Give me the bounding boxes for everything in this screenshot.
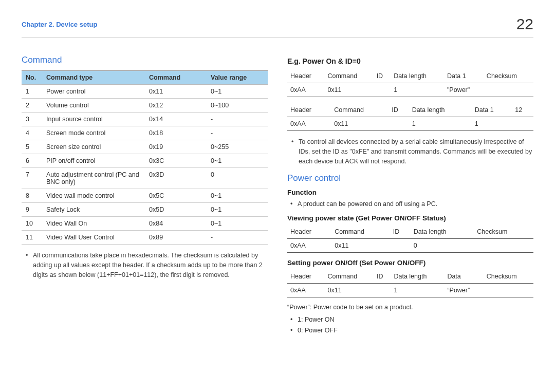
view-power-table: Header Command ID Data length Checksum 0… (287, 225, 533, 253)
cell: "Power" (444, 83, 484, 97)
col-header-type: Command type (42, 71, 145, 85)
cell: 12 (512, 103, 533, 117)
page-number: 22 (516, 15, 533, 33)
table-row: 5Screen size control0x190~255 (22, 140, 268, 154)
table-row: 8Video wall mode control0x5C0~1 (22, 189, 268, 203)
col-header-cmd: Command (145, 71, 207, 85)
table-row: 10Video Wall On0x840~1 (22, 217, 268, 231)
cell: - (207, 231, 268, 245)
cell: 0x11 (331, 239, 390, 253)
cell: 1 (391, 83, 444, 97)
cell: Header (287, 69, 324, 83)
cell: 1 (409, 117, 472, 131)
cell: 0x3D (145, 168, 207, 189)
cell (390, 239, 411, 253)
cell: 1 (391, 284, 444, 297)
table-row: 0xAA 0x11 1 “Power” (287, 284, 533, 297)
command-heading: Command (22, 55, 268, 65)
cell: 0x18 (145, 126, 207, 140)
eg-table-1: Header Command ID Data length Data 1 Che… (287, 69, 533, 97)
cell: 2 (22, 99, 42, 113)
col-header-range: Value range (207, 71, 268, 85)
table-row: 3Input source control0x14- (22, 113, 268, 126)
cell: 0~1 (207, 189, 268, 203)
table-row: Header Command ID Data length Data Check… (287, 270, 533, 284)
cell (512, 117, 533, 131)
cell: 1 (472, 117, 512, 131)
cell: Header (287, 225, 331, 239)
right-column: E.g. Power On & ID=0 Header Command ID D… (287, 55, 533, 337)
power-code-line: “Power”: Power code to be set on a produ… (287, 304, 533, 311)
cell: Checksum (474, 225, 533, 239)
view-power-heading: Viewing power state (Get Power ON/OFF St… (287, 214, 533, 222)
cell: 0~1 (207, 203, 268, 217)
cell: Data length (411, 225, 474, 239)
cell: - (207, 126, 268, 140)
cell: 4 (22, 126, 42, 140)
cell: 0x5C (145, 189, 207, 203)
table-row: Header Command ID Data length Checksum (287, 225, 533, 239)
cell: 0~1 (207, 85, 268, 99)
function-bullet: A product can be powered on and off usin… (287, 199, 533, 209)
table-row: 1Power control0x110~1 (22, 85, 268, 99)
checksum-note: All communications take place in hexadec… (22, 251, 268, 279)
col-header-no: No. (22, 71, 42, 85)
left-column: Command No. Command type Command Value r… (22, 55, 268, 337)
table-row: 2Volume control0x120~100 (22, 99, 268, 113)
cell: 7 (22, 168, 42, 189)
eg-table-2: Header Command ID Data length Data 1 12 … (287, 103, 533, 131)
cell (474, 239, 533, 253)
power-off-bullet: 0: Power OFF (287, 326, 533, 335)
cell: 0~1 (207, 154, 268, 168)
table-row: Header Command ID Data length Data 1 12 (287, 103, 533, 117)
table-row: 4Screen mode control0x18- (22, 126, 268, 140)
cell: 0~1 (207, 217, 268, 231)
table-row: 7Auto adjustment control (PC and BNC onl… (22, 168, 268, 189)
cell (374, 284, 391, 297)
cell: 11 (22, 231, 42, 245)
cell: Auto adjustment control (PC and BNC only… (42, 168, 145, 189)
cell: Data (444, 270, 483, 284)
cell: Safety Lock (42, 203, 145, 217)
cell: 0x11 (331, 117, 388, 131)
cell: 0x89 (145, 231, 207, 245)
cell: 0~100 (207, 99, 268, 113)
power-control-heading: Power control (287, 173, 533, 183)
function-heading: Function (287, 189, 533, 196)
chapter-title: Chapter 2. Device setup (22, 21, 97, 28)
cell: Data 1 (444, 69, 484, 83)
cell: ID (374, 270, 391, 284)
table-row: Header Command ID Data length Data 1 Che… (287, 69, 533, 83)
cell: Data length (391, 69, 444, 83)
cell: 0xAA (287, 117, 331, 131)
set-power-table: Header Command ID Data length Data Check… (287, 270, 533, 297)
cell: 0xAA (287, 284, 325, 297)
cell (484, 284, 533, 297)
cell: Checksum (484, 69, 533, 83)
cell: Command (331, 103, 388, 117)
cell: 0~255 (207, 140, 268, 154)
cell: 0x5D (145, 203, 207, 217)
cell: PIP on/off control (42, 154, 145, 168)
cell: Volume control (42, 99, 145, 113)
cell: 0 (411, 239, 474, 253)
cell: 0x11 (325, 284, 374, 297)
cell: 0x11 (324, 83, 373, 97)
cell: Input source control (42, 113, 145, 126)
power-on-bullet: 1: Power ON (287, 315, 533, 325)
cell: Video Wall On (42, 217, 145, 231)
table-header-row: No. Command type Command Value range (22, 71, 268, 85)
cell: Header (287, 103, 331, 117)
cell: “Power” (444, 284, 483, 297)
cell: Checksum (484, 270, 533, 284)
cell: Command (324, 69, 373, 83)
cell: Video wall mode control (42, 189, 145, 203)
table-row: 0xAA 0x11 0 (287, 239, 533, 253)
cell: 1 (22, 85, 42, 99)
cell: Screen size control (42, 140, 145, 154)
cell: Data length (409, 103, 472, 117)
cell: Data length (391, 270, 444, 284)
cell: 8 (22, 189, 42, 203)
cell: 0xAA (287, 239, 331, 253)
cell: Power control (42, 85, 145, 99)
